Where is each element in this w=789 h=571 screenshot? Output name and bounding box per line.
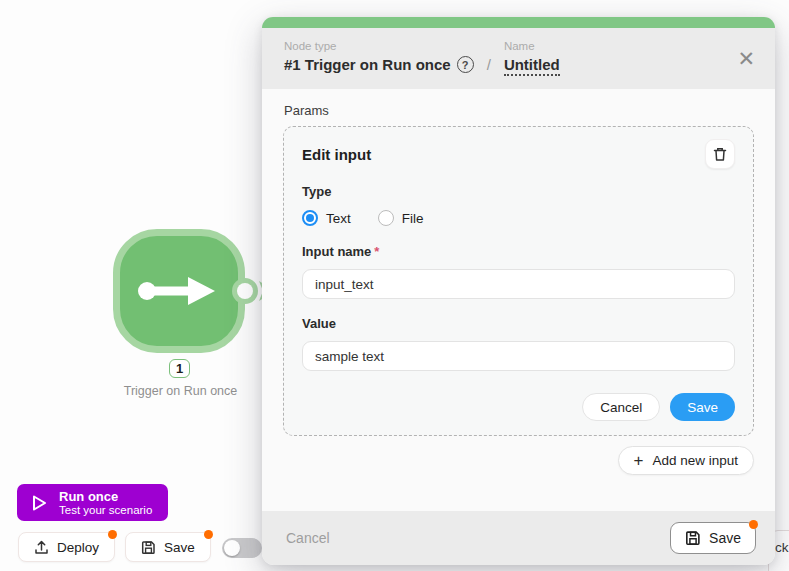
header-separator: /	[487, 56, 491, 73]
card-save-button[interactable]: Save	[670, 393, 735, 421]
unsaved-indicator-dot	[749, 520, 758, 529]
radio-option-text[interactable]: Text	[302, 210, 351, 226]
save-icon	[685, 530, 701, 546]
deploy-button[interactable]: Deploy	[18, 532, 115, 562]
deploy-label: Deploy	[57, 540, 99, 555]
node-type-value: #1 Trigger on Run once	[284, 56, 451, 73]
modal-save-button[interactable]: Save	[670, 522, 756, 554]
input-name-label: Input name*	[302, 244, 735, 259]
node-name-group: Name Untitled	[504, 40, 560, 76]
unsaved-indicator-dot	[108, 530, 117, 539]
radio-option-file[interactable]: File	[378, 210, 424, 226]
radio-file-label: File	[402, 211, 424, 226]
node-settings-modal: Node type #1 Trigger on Run once ? / Nam…	[262, 17, 775, 565]
value-field[interactable]	[302, 341, 735, 371]
type-radio-group: Text File	[302, 210, 735, 226]
upload-icon	[34, 540, 49, 555]
run-once-title: Run once	[59, 489, 152, 504]
type-label: Type	[302, 184, 735, 199]
toggle-knob	[224, 540, 240, 556]
radio-selected-icon[interactable]	[302, 210, 318, 226]
name-label: Name	[504, 40, 560, 52]
arrow-right-icon	[136, 271, 222, 311]
close-icon[interactable]: ✕	[737, 40, 757, 69]
node-order-badge: 1	[169, 359, 190, 378]
canvas-save-label: Save	[164, 540, 195, 555]
input-name-label-text: Input name	[302, 244, 371, 259]
run-once-button[interactable]: Run once Test your scenario	[17, 484, 168, 521]
modal-save-label: Save	[709, 530, 741, 546]
node-type-group: Node type #1 Trigger on Run once ?	[284, 40, 474, 73]
input-name-field[interactable]	[302, 269, 735, 299]
modal-body: Params Edit input Type Text	[262, 89, 775, 511]
value-label: Value	[302, 316, 735, 331]
node-type-label: Node type	[284, 40, 474, 52]
canvas-save-button[interactable]: Save	[125, 532, 211, 562]
required-asterisk: *	[374, 244, 379, 259]
modal-cancel-button[interactable]: Cancel	[286, 530, 330, 546]
modal-accent-bar	[262, 17, 775, 28]
run-once-subtitle: Test your scenario	[59, 504, 152, 517]
card-title: Edit input	[302, 139, 371, 163]
radio-text-label: Text	[326, 211, 351, 226]
play-icon	[31, 494, 48, 512]
trash-icon	[713, 147, 727, 162]
params-section-label: Params	[284, 103, 754, 118]
toggle-switch-off[interactable]	[222, 538, 262, 558]
radio-unselected-icon[interactable]	[378, 210, 394, 226]
unsaved-indicator-dot	[204, 530, 213, 539]
modal-header: Node type #1 Trigger on Run once ? / Nam…	[262, 28, 775, 89]
node-label: Trigger on Run once	[103, 384, 258, 398]
save-icon	[141, 540, 156, 555]
delete-input-button[interactable]	[705, 139, 735, 169]
modal-footer: Cancel Save	[262, 511, 775, 565]
trigger-node[interactable]	[113, 229, 245, 353]
plus-icon: +	[634, 452, 644, 469]
card-cancel-button[interactable]: Cancel	[582, 393, 660, 421]
edit-input-card: Edit input Type Text File	[283, 126, 754, 436]
add-new-input-button[interactable]: + Add new input	[618, 446, 755, 475]
help-icon[interactable]: ?	[457, 56, 474, 73]
node-name-editable[interactable]: Untitled	[504, 56, 560, 76]
add-new-input-label: Add new input	[652, 453, 738, 468]
